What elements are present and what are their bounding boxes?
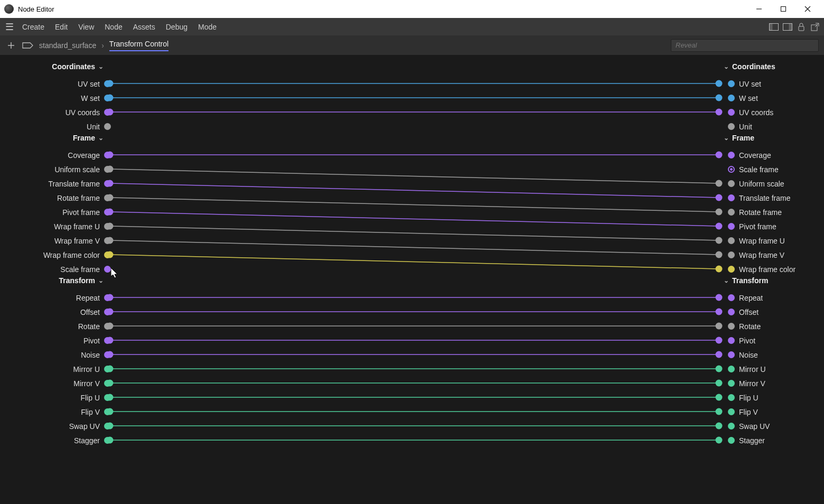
- panel-right-icon[interactable]: [782, 22, 793, 32]
- port-dot[interactable]: [104, 180, 111, 187]
- port-row: Mirror V: [26, 376, 111, 390]
- panel-left-icon[interactable]: [768, 22, 780, 32]
- port-dot[interactable]: [728, 209, 735, 216]
- menu-mode[interactable]: Mode: [193, 21, 222, 33]
- port-dot[interactable]: [104, 251, 111, 258]
- port-row: Mirror U: [26, 362, 111, 376]
- menu-edit[interactable]: Edit: [50, 21, 73, 33]
- port-dot[interactable]: [104, 95, 111, 101]
- chevron-down-icon[interactable]: ⌄: [724, 277, 729, 284]
- group-header[interactable]: Transform⌄: [59, 276, 104, 285]
- port-label: Repeat: [26, 294, 100, 302]
- port-dot[interactable]: [104, 223, 111, 230]
- port-dot[interactable]: [728, 223, 735, 230]
- close-button[interactable]: [795, 0, 820, 18]
- port-dot[interactable]: [728, 194, 735, 201]
- popout-icon[interactable]: [809, 22, 821, 32]
- port-dot[interactable]: [728, 394, 735, 401]
- chevron-down-icon[interactable]: ⌄: [724, 63, 729, 70]
- tag-icon[interactable]: [22, 40, 34, 51]
- menu-view[interactable]: View: [73, 21, 99, 33]
- port-row: Scale frame: [728, 162, 779, 176]
- port-dot[interactable]: [728, 152, 735, 158]
- group-header-label: Coordinates: [52, 62, 95, 71]
- port-dot[interactable]: [728, 408, 735, 415]
- port-dot[interactable]: [728, 237, 735, 244]
- add-icon[interactable]: [5, 40, 17, 51]
- minimize-button[interactable]: [747, 0, 771, 18]
- chevron-down-icon[interactable]: ⌄: [724, 134, 729, 142]
- port-dot[interactable]: [104, 380, 111, 387]
- port-dot[interactable]: [104, 351, 111, 358]
- port-dot[interactable]: [728, 266, 735, 273]
- connection-wire: [110, 169, 719, 183]
- port-dot[interactable]: [728, 423, 735, 430]
- port-dot[interactable]: [728, 309, 735, 315]
- port-dot[interactable]: [104, 109, 111, 116]
- port-row: Wrap frame U: [26, 219, 111, 234]
- port-dot[interactable]: [104, 194, 111, 201]
- menu-node[interactable]: Node: [99, 21, 127, 33]
- port-dot[interactable]: [728, 366, 735, 372]
- port-label: W set: [739, 94, 758, 102]
- group-header[interactable]: ⌄Coordinates: [724, 62, 775, 71]
- port-dot[interactable]: [104, 152, 111, 158]
- breadcrumb-active[interactable]: Transform Control: [109, 40, 168, 51]
- port-dot[interactable]: [104, 366, 111, 372]
- port-dot[interactable]: [104, 337, 111, 344]
- maximize-button[interactable]: [771, 0, 795, 18]
- port-row: Rotate: [728, 319, 761, 333]
- svg-point-43: [716, 351, 723, 358]
- port-dot[interactable]: [728, 109, 735, 116]
- port-dot[interactable]: [104, 437, 111, 444]
- lock-icon[interactable]: [795, 22, 807, 32]
- chevron-down-icon[interactable]: ⌄: [98, 277, 104, 284]
- port-label: Stagger: [739, 436, 765, 445]
- group-header-label: Transform: [732, 276, 768, 285]
- port-dot[interactable]: [104, 408, 111, 415]
- port-dot[interactable]: [104, 309, 111, 315]
- menu-assets[interactable]: Assets: [128, 21, 161, 33]
- group-header[interactable]: ⌄Frame: [724, 134, 754, 142]
- port-dot[interactable]: [104, 323, 111, 330]
- port-dot[interactable]: [104, 80, 111, 87]
- port-dot[interactable]: [728, 251, 735, 258]
- port-dot[interactable]: [728, 80, 735, 87]
- breadcrumb-root[interactable]: standard_surface: [39, 41, 96, 50]
- port-dot[interactable]: [104, 394, 111, 401]
- svg-point-13: [716, 80, 723, 87]
- port-dot[interactable]: [104, 237, 111, 244]
- port-dot[interactable]: [728, 95, 735, 101]
- port-dot[interactable]: [728, 437, 735, 444]
- hamburger-icon[interactable]: ☰: [3, 21, 16, 33]
- port-label: Mirror V: [739, 379, 765, 388]
- port-dot[interactable]: [104, 209, 111, 216]
- port-dot[interactable]: [728, 180, 735, 187]
- port-dot[interactable]: [728, 323, 735, 330]
- group-header[interactable]: ⌄Transform: [724, 276, 768, 285]
- port-dot[interactable]: [728, 351, 735, 358]
- port-dot[interactable]: [728, 294, 735, 301]
- port-dot[interactable]: [104, 266, 111, 273]
- port-label: Flip U: [26, 394, 100, 402]
- port-dot[interactable]: [728, 380, 735, 387]
- port-dot[interactable]: [104, 294, 111, 301]
- port-dot[interactable]: [728, 123, 735, 130]
- group-header[interactable]: Coordinates⌄: [52, 62, 104, 71]
- port-label: Scale frame: [739, 165, 779, 174]
- svg-point-29: [716, 237, 723, 244]
- group-header[interactable]: Frame⌄: [73, 134, 104, 142]
- port-dot[interactable]: [728, 166, 735, 173]
- port-row: Unit: [26, 119, 111, 134]
- menu-debug[interactable]: Debug: [161, 21, 193, 33]
- menu-create[interactable]: Create: [17, 21, 50, 33]
- node-graph-area[interactable]: Coordinates⌄UV setW setUV coordsUnitFram…: [0, 55, 824, 504]
- port-dot[interactable]: [104, 423, 111, 430]
- chevron-down-icon[interactable]: ⌄: [98, 134, 104, 142]
- search-input[interactable]: [671, 39, 819, 52]
- port-label: Wrap frame U: [739, 237, 785, 245]
- chevron-down-icon[interactable]: ⌄: [98, 63, 104, 70]
- port-dot[interactable]: [728, 337, 735, 344]
- port-dot[interactable]: [104, 123, 111, 130]
- port-dot[interactable]: [104, 166, 111, 173]
